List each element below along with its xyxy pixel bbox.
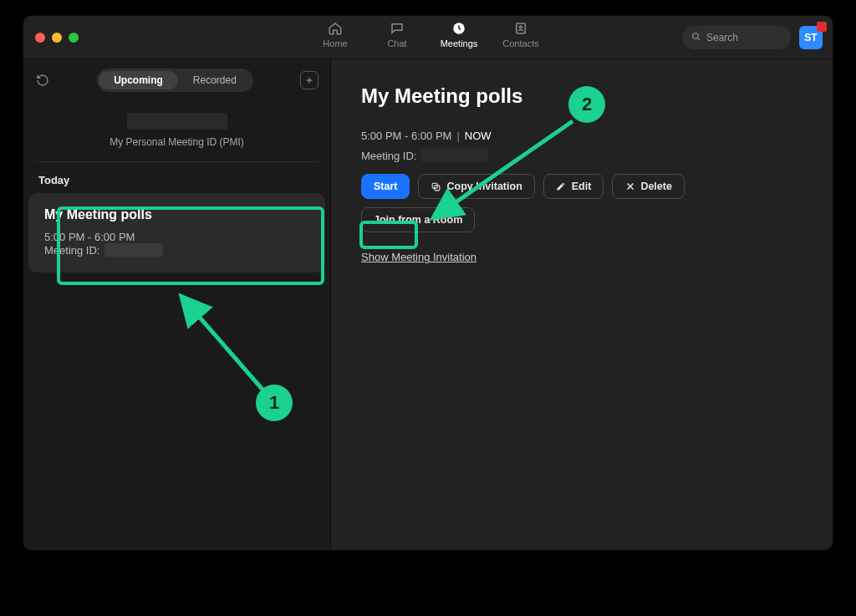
start-button-label: Start [374, 181, 397, 192]
svg-point-2 [520, 26, 522, 28]
window-body: Upcoming Recorded My Personal Meeting ID… [23, 59, 833, 550]
meeting-time-row: 5:00 PM - 6:00 PM | NOW [361, 130, 802, 142]
new-meeting-button[interactable] [300, 71, 318, 89]
avatar[interactable]: ST [799, 26, 823, 49]
contacts-icon [513, 21, 528, 36]
meeting-filter-tabs: Upcoming Recorded [97, 69, 253, 92]
clock-icon [451, 21, 466, 36]
search-icon [690, 31, 701, 44]
svg-point-3 [693, 33, 699, 38]
close-window-button[interactable] [35, 33, 45, 43]
edit-button[interactable]: Edit [543, 174, 604, 199]
delete-button[interactable]: Delete [612, 174, 685, 199]
meeting-title: My Meeting polls [361, 84, 802, 108]
join-from-room-label: Join from a Room [374, 214, 462, 226]
join-from-room-button[interactable]: Join from a Room [361, 207, 475, 232]
nav-home[interactable]: Home [315, 21, 355, 48]
titlebar: Home Chat Meetings Contacts [23, 16, 833, 59]
separator: | [456, 130, 459, 142]
copy-icon [431, 181, 441, 192]
pmi-label: My Personal Meeting ID (PMI) [35, 136, 318, 148]
search-box[interactable] [682, 26, 791, 49]
pmi-value-redacted [127, 113, 227, 130]
sidebar: Upcoming Recorded My Personal Meeting ID… [23, 59, 331, 550]
action-buttons-row-2: Join from a Room [361, 207, 802, 232]
now-flag: NOW [465, 130, 492, 142]
delete-button-label: Delete [640, 181, 672, 192]
chat-icon [390, 21, 405, 36]
nav-contacts[interactable]: Contacts [501, 21, 541, 48]
fullscreen-window-button[interactable] [69, 33, 79, 43]
pmi-block[interactable]: My Personal Meeting ID (PMI) [35, 113, 318, 162]
nav-contacts-label: Contacts [502, 38, 538, 48]
home-icon [328, 21, 343, 36]
edit-button-label: Edit [572, 181, 592, 192]
main-panel: My Meeting polls 5:00 PM - 6:00 PM | NOW… [331, 59, 833, 550]
window-controls [35, 33, 79, 43]
refresh-button[interactable] [35, 73, 50, 88]
meeting-card-id-row: Meeting ID: [44, 243, 309, 257]
titlebar-right: ST [682, 26, 823, 49]
meeting-card-title: My Meeting polls [44, 207, 309, 222]
nav-meetings[interactable]: Meetings [439, 21, 479, 48]
meeting-time: 5:00 PM - 6:00 PM [361, 130, 451, 142]
meeting-id-label: Meeting ID: [361, 150, 416, 162]
calendar-badge-icon [817, 22, 827, 32]
tab-recorded[interactable]: Recorded [178, 71, 252, 89]
app-window: Home Chat Meetings Contacts [23, 16, 833, 550]
meeting-id-redacted [421, 149, 488, 162]
copy-invitation-label: Copy Invitation [446, 181, 522, 192]
action-buttons-row: Start Copy Invitation Edit [361, 174, 802, 199]
pencil-icon [556, 181, 567, 192]
tab-upcoming[interactable]: Upcoming [99, 71, 178, 89]
nav-chat[interactable]: Chat [377, 21, 417, 48]
copy-invitation-button[interactable]: Copy Invitation [418, 174, 534, 199]
nav-chat-label: Chat [387, 38, 406, 48]
meeting-card-time: 5:00 PM - 6:00 PM [44, 231, 309, 243]
nav-meetings-label: Meetings [441, 38, 478, 48]
avatar-initials: ST [804, 32, 817, 43]
nav-home-label: Home [323, 38, 347, 48]
show-invitation-link[interactable]: Show Meeting Invitation [361, 251, 476, 263]
top-navigation: Home Chat Meetings Contacts [315, 21, 541, 64]
meeting-card-wrap: My Meeting polls 5:00 PM - 6:00 PM Meeti… [28, 193, 325, 272]
x-icon [624, 181, 635, 192]
meeting-card-id-redacted [104, 243, 163, 257]
meeting-card[interactable]: My Meeting polls 5:00 PM - 6:00 PM Meeti… [28, 193, 325, 272]
minimize-window-button[interactable] [52, 33, 62, 43]
sidebar-top: Upcoming Recorded [23, 59, 330, 101]
meeting-id-row: Meeting ID: [361, 149, 802, 162]
start-button[interactable]: Start [361, 174, 410, 199]
meeting-card-id-label: Meeting ID: [44, 244, 99, 257]
today-heading: Today [23, 162, 330, 191]
search-input[interactable] [706, 32, 782, 43]
